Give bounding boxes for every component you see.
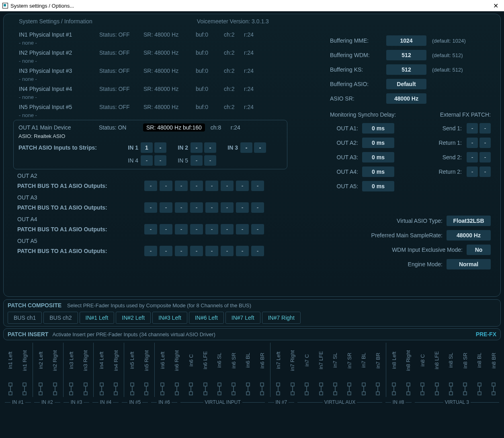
buffering-value[interactable]: 48000 Hz: [386, 93, 426, 104]
in5-patch-right[interactable]: -: [204, 155, 216, 166]
insert-channel[interactable]: in4 Left: [94, 343, 109, 397]
insert-channel[interactable]: in7 SR: [342, 343, 356, 397]
composite-button[interactable]: BUS ch1: [8, 312, 42, 324]
insert-channel[interactable]: in6 BL: [241, 343, 255, 397]
in4-patch-left[interactable]: -: [141, 155, 153, 166]
insert-channel[interactable]: in7 LFE: [314, 343, 328, 397]
insert-channel[interactable]: in2 Right: [48, 343, 62, 397]
insert-channel[interactable]: in5 Left: [125, 343, 139, 397]
insert-channel[interactable]: in8 BL: [472, 343, 486, 397]
insert-channel[interactable]: in8 LFE: [430, 343, 444, 397]
out-patch-btn[interactable]: -: [190, 202, 203, 213]
buffering-value[interactable]: 512: [386, 50, 426, 60]
insert-channel[interactable]: in6 C: [184, 343, 198, 397]
out-patch-btn[interactable]: -: [236, 181, 249, 191]
out-patch-btn[interactable]: -: [205, 246, 218, 256]
buffering-value[interactable]: Default: [386, 79, 426, 89]
insert-channel[interactable]: in8 SL: [444, 343, 458, 397]
fx-patch-btn-a[interactable]: -: [467, 138, 478, 148]
mon-out-value[interactable]: 0 ms: [362, 152, 394, 162]
insert-channel[interactable]: in6 Right: [170, 343, 184, 397]
insert-channel[interactable]: in6 SR: [227, 343, 241, 397]
fx-patch-btn-b[interactable]: -: [479, 138, 491, 148]
out-patch-btn[interactable]: -: [190, 246, 203, 256]
insert-channel[interactable]: in1 Left: [3, 343, 17, 397]
out-patch-btn[interactable]: -: [251, 224, 264, 234]
out-patch-btn[interactable]: -: [221, 246, 234, 256]
insert-channel[interactable]: in7 BR: [371, 343, 385, 397]
insert-channel[interactable]: in6 BR: [255, 343, 269, 397]
out-patch-btn[interactable]: -: [144, 181, 157, 191]
out-patch-btn[interactable]: -: [205, 224, 218, 234]
insert-channel[interactable]: in8 SR: [458, 343, 472, 397]
insert-channel[interactable]: in6 LFE: [198, 343, 212, 397]
out-patch-btn[interactable]: -: [175, 202, 188, 213]
out-patch-btn[interactable]: -: [144, 202, 157, 213]
insert-channel[interactable]: in5 Right: [139, 343, 153, 397]
insert-channel[interactable]: in7 Left: [271, 343, 285, 397]
setting-value[interactable]: Normal: [447, 259, 491, 269]
out-patch-btn[interactable]: -: [236, 202, 249, 213]
out-patch-btn[interactable]: -: [190, 224, 203, 234]
in2-patch-right[interactable]: -: [204, 142, 216, 153]
insert-channel[interactable]: in8 Right: [401, 343, 415, 397]
out-patch-btn[interactable]: -: [160, 181, 172, 191]
in1-patch-left[interactable]: 1: [141, 142, 153, 153]
out-patch-btn[interactable]: -: [175, 224, 188, 234]
insert-channel[interactable]: in7 C: [300, 343, 314, 397]
out-patch-btn[interactable]: -: [205, 181, 218, 191]
in5-patch-left[interactable]: -: [191, 155, 203, 166]
out-patch-btn[interactable]: -: [144, 246, 157, 256]
out-patch-btn[interactable]: -: [160, 202, 172, 213]
insert-channel[interactable]: in7 BL: [356, 343, 371, 397]
out-patch-btn[interactable]: -: [205, 202, 218, 213]
insert-channel[interactable]: in2 Left: [34, 343, 48, 397]
fx-patch-btn-a[interactable]: -: [467, 167, 478, 177]
setting-value[interactable]: No: [467, 245, 491, 255]
insert-channel[interactable]: in4 Right: [109, 343, 123, 397]
out-patch-btn[interactable]: -: [251, 181, 264, 191]
out-patch-btn[interactable]: -: [221, 224, 234, 234]
out-patch-btn[interactable]: -: [160, 224, 172, 234]
insert-channel[interactable]: in6 Left: [156, 343, 170, 397]
in4-patch-right[interactable]: -: [154, 155, 166, 166]
insert-channel[interactable]: in3 Left: [64, 343, 78, 397]
out-patch-btn[interactable]: -: [236, 246, 249, 256]
in3-patch-right[interactable]: -: [254, 142, 266, 153]
mon-out-value[interactable]: 0 ms: [362, 123, 394, 134]
in2-patch-left[interactable]: -: [191, 142, 203, 153]
out-patch-btn[interactable]: -: [236, 224, 249, 234]
out-patch-btn[interactable]: -: [251, 246, 264, 256]
out-patch-btn[interactable]: -: [221, 202, 234, 213]
composite-button[interactable]: IN#7 Left: [225, 312, 260, 324]
insert-channel[interactable]: in7 SL: [328, 343, 342, 397]
insert-channel[interactable]: in3 Right: [78, 343, 92, 397]
insert-channel[interactable]: in8 Left: [387, 343, 401, 397]
out-patch-btn[interactable]: -: [175, 181, 188, 191]
insert-channel[interactable]: in6 SL: [212, 343, 226, 397]
insert-channel[interactable]: in1 Right: [17, 343, 31, 397]
composite-button[interactable]: IN#6 Left: [189, 312, 224, 324]
out-patch-btn[interactable]: -: [144, 224, 157, 234]
pre-fx-button[interactable]: PRE-FX: [476, 331, 496, 337]
out-patch-btn[interactable]: -: [190, 181, 203, 191]
mon-out-value[interactable]: 0 ms: [362, 167, 394, 177]
fx-patch-btn-b[interactable]: -: [479, 167, 491, 177]
out-patch-btn[interactable]: -: [175, 246, 188, 256]
out-patch-btn[interactable]: -: [160, 246, 172, 256]
mon-out-value[interactable]: 0 ms: [362, 138, 394, 148]
fx-patch-btn-b[interactable]: -: [479, 152, 491, 162]
composite-button[interactable]: IN#1 Left: [80, 312, 115, 324]
buffering-value[interactable]: 512: [386, 64, 426, 75]
buffering-value[interactable]: 1024: [386, 35, 426, 46]
setting-value[interactable]: 48000 Hz: [447, 230, 491, 241]
insert-channel[interactable]: in7 Right: [285, 343, 299, 397]
setting-value[interactable]: Float32LSB: [447, 216, 491, 226]
composite-button[interactable]: IN#3 Left: [152, 312, 187, 324]
mon-out-value[interactable]: 0 ms: [362, 181, 394, 191]
in1-patch-right[interactable]: -: [154, 142, 166, 153]
out-patch-btn[interactable]: -: [221, 181, 234, 191]
composite-button[interactable]: BUS ch2: [43, 312, 78, 324]
composite-button[interactable]: IN#2 Left: [116, 312, 151, 324]
fx-patch-btn-a[interactable]: -: [467, 152, 478, 162]
